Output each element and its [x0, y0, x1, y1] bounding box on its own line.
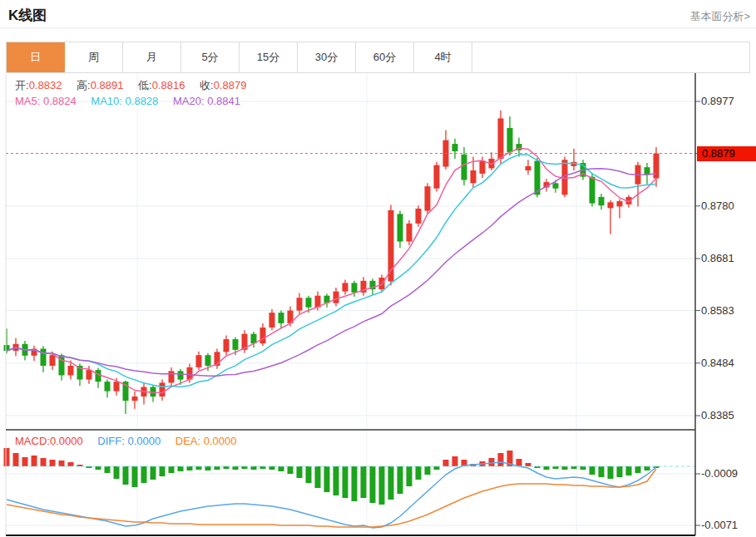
- dea-line: [7, 469, 656, 527]
- candle-body: [398, 214, 403, 241]
- fundamental-analysis-link[interactable]: 基本面分析>: [689, 9, 750, 24]
- macd-bar: [434, 466, 440, 470]
- candle-body: [608, 202, 614, 208]
- tab-60min[interactable]: 60分: [356, 42, 414, 72]
- high-value: 0.8891: [91, 79, 124, 91]
- candle-body: [86, 370, 92, 379]
- price-axis-label: 0.8385: [701, 409, 734, 421]
- close-label: 收:: [200, 79, 214, 91]
- candle-body: [169, 371, 175, 382]
- ma-legend: MA5: 0.8824 MA10: 0.8828 MA20: 0.8841: [15, 95, 252, 107]
- macd-bar: [68, 462, 74, 466]
- macd-bar: [32, 456, 37, 466]
- macd-bar: [160, 466, 166, 476]
- candle-body: [352, 283, 358, 292]
- macd-bar: [315, 466, 321, 488]
- macd-bar: [645, 466, 650, 470]
- macd-bar: [297, 466, 303, 478]
- candle-body: [654, 154, 660, 179]
- macd-bar: [123, 466, 129, 485]
- candle-body: [132, 397, 138, 401]
- candle-body: [105, 382, 111, 391]
- macd-bar: [608, 466, 614, 479]
- ma10-line: [7, 155, 656, 387]
- candle-body: [279, 313, 284, 323]
- macd-bar: [41, 458, 47, 466]
- macd-bar: [288, 466, 294, 474]
- macd-bar: [141, 466, 147, 483]
- candle-body: [306, 298, 312, 307]
- macd-bar: [96, 466, 101, 470]
- candle-body: [334, 292, 339, 303]
- tab-15min[interactable]: 15分: [240, 42, 298, 72]
- macd-bar: [178, 466, 184, 471]
- candle-body: [224, 339, 230, 352]
- low-label: 低:: [138, 79, 152, 91]
- macd-legend: MACD:0.0000 DIFF: 0.0000 DEA: 0.0000: [15, 435, 249, 447]
- macd-bar: [352, 466, 358, 501]
- macd-bar: [489, 458, 495, 466]
- macd-axis-label: -0.0009: [701, 467, 738, 480]
- price-axis-label: 0.8780: [701, 200, 734, 212]
- open-value: 0.8832: [29, 79, 62, 91]
- price-axis-label: 0.8977: [701, 95, 734, 107]
- macd-bar: [370, 466, 376, 503]
- candle-body: [526, 166, 531, 170]
- candle-body: [507, 128, 513, 152]
- tab-5min[interactable]: 5分: [181, 42, 240, 72]
- tab-30min[interactable]: 30分: [298, 42, 356, 72]
- macd-bar: [361, 466, 367, 498]
- macd-bar: [4, 448, 10, 466]
- tab-month[interactable]: 月: [123, 42, 181, 72]
- macd-value-label: MACD:0.0000: [15, 435, 95, 447]
- candle-body: [50, 355, 56, 366]
- macd-bar: [306, 466, 312, 483]
- candle-body: [343, 283, 348, 291]
- candle-body: [471, 170, 477, 183]
- tab-day[interactable]: 日: [7, 42, 65, 72]
- ma20-line: [7, 169, 656, 376]
- low-value: 0.8816: [152, 79, 185, 91]
- macd-bar: [251, 466, 257, 470]
- macd-bar: [544, 466, 550, 470]
- page-title: K线图: [8, 6, 47, 25]
- candle-body: [498, 118, 504, 159]
- macd-bar: [215, 466, 220, 470]
- macd-bar: [279, 466, 284, 471]
- price-axis-label: 0.8484: [701, 357, 734, 369]
- macd-axis-label: -0.0071: [701, 519, 738, 531]
- candle-body: [590, 177, 595, 204]
- candle-body: [114, 382, 120, 391]
- macd-bar: [452, 456, 458, 466]
- candle-body: [269, 313, 275, 328]
- price-axis-label: 0.8681: [701, 252, 734, 264]
- macd-bar: [398, 466, 403, 494]
- macd-bar: [132, 466, 138, 487]
- macd-bar: [416, 466, 422, 480]
- candle-body: [297, 298, 303, 310]
- macd-bar: [379, 466, 385, 505]
- macd-bar: [105, 466, 111, 473]
- tab-week[interactable]: 周: [65, 42, 123, 72]
- macd-bar: [407, 466, 413, 486]
- macd-bar: [388, 466, 394, 500]
- macd-bar: [635, 466, 641, 473]
- close-value: 0.8879: [214, 79, 247, 91]
- macd-bar: [324, 466, 330, 492]
- candle-body: [480, 161, 486, 174]
- title-divider: [0, 27, 756, 28]
- candle-body: [434, 165, 440, 189]
- tab-4hour[interactable]: 4时: [414, 42, 472, 72]
- candle-body: [617, 201, 623, 206]
- macd-bar: [196, 466, 202, 470]
- macd-bar: [581, 466, 586, 470]
- candle-body: [416, 209, 422, 224]
- macd-bar: [169, 466, 175, 473]
- dea-value-label: DEA: 0.0000: [175, 435, 249, 447]
- current-price-badge: 0.8879: [697, 146, 756, 161]
- candle-body: [462, 155, 467, 180]
- candle-body: [233, 339, 239, 350]
- macd-bar: [233, 466, 239, 470]
- macd-bar: [599, 466, 605, 477]
- macd-bar: [59, 461, 65, 466]
